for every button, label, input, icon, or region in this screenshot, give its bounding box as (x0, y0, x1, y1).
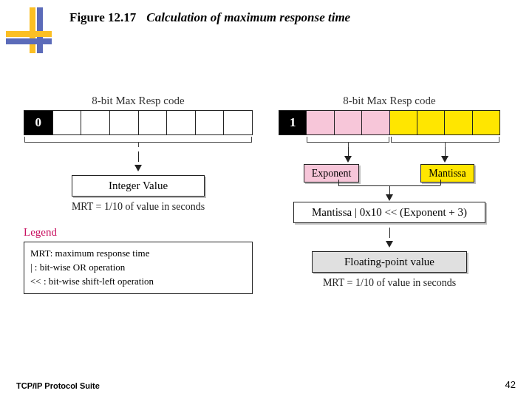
figure-number: Figure 12.17 (69, 10, 136, 25)
right-bit-7 (473, 111, 499, 134)
integer-value-box: Integer Value (72, 175, 205, 197)
float-value-box: Floating-point value (312, 251, 467, 273)
page-number: 42 (505, 379, 516, 390)
float-case: 8-bit Max Resp code 1 Exponen (279, 95, 500, 289)
left-bit-6 (196, 111, 225, 134)
legend-line-2: | : bit-wise OR operation (30, 261, 246, 275)
legend-box: MRT: maximum response time | : bit-wise … (24, 242, 253, 294)
left-bit-0: 0 (24, 111, 53, 134)
right-bit-2 (335, 111, 362, 134)
right-brackets (279, 137, 500, 147)
left-formula: MRT = 1/10 of value in seconds (24, 201, 253, 213)
left-bracket (24, 137, 253, 147)
right-bit-6 (445, 111, 472, 134)
legend-line-3: << : bit-wise shift-left operation (30, 275, 246, 289)
right-bit-1 (307, 111, 334, 134)
exp-mant-row: Exponent Mantissa (279, 166, 500, 180)
figure-title: Calculation of maximum response time (146, 10, 350, 25)
right-byte: 1 (279, 110, 500, 135)
left-bit-2 (81, 111, 110, 134)
right-byte-label: 8-bit Max Resp code (279, 95, 500, 107)
join-arrow-icon (279, 180, 500, 202)
arrow-down-icon (24, 150, 253, 174)
left-bit-4 (139, 111, 168, 134)
arrow-down-icon (279, 226, 500, 250)
left-byte: 0 (24, 110, 253, 135)
bit-op-box: Mantissa | 0x10 << (Exponent + 3) (293, 202, 485, 223)
footer-text: TCP/IP Protocol Suite (16, 381, 100, 390)
integer-case: 8-bit Max Resp code 0 Integer Value MRT … (24, 95, 253, 294)
legend-line-1: MRT: maximum response time (30, 247, 246, 261)
right-bit-0: 1 (279, 111, 307, 134)
legend-heading: Legend (24, 226, 253, 239)
right-bit-4 (390, 111, 417, 134)
figure-header: Figure 12.17 Calculation of maximum resp… (69, 10, 513, 25)
left-byte-label: 8-bit Max Resp code (24, 95, 253, 107)
left-bit-3 (110, 111, 139, 134)
figure-content: 8-bit Max Resp code 0 Integer Value MRT … (24, 95, 511, 346)
right-bit-3 (362, 111, 389, 134)
left-bit-5 (167, 111, 196, 134)
left-bit-1 (53, 111, 82, 134)
right-bit-5 (417, 111, 445, 134)
right-split-arrows (279, 147, 500, 163)
right-formula: MRT = 1/10 of value in seconds (279, 277, 500, 289)
left-bit-7 (224, 111, 252, 134)
